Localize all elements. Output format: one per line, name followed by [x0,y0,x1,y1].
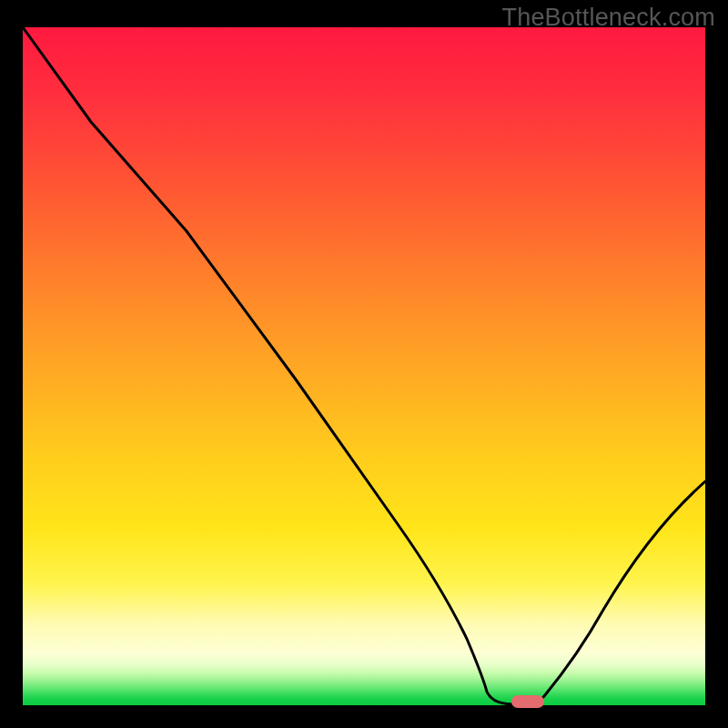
watermark-text: TheBottleneck.com [501,4,715,32]
chart-frame: TheBottleneck.com [0,0,728,728]
optimal-point-marker [511,695,544,708]
bottleneck-curve [23,27,705,705]
curve-path [23,27,705,704]
